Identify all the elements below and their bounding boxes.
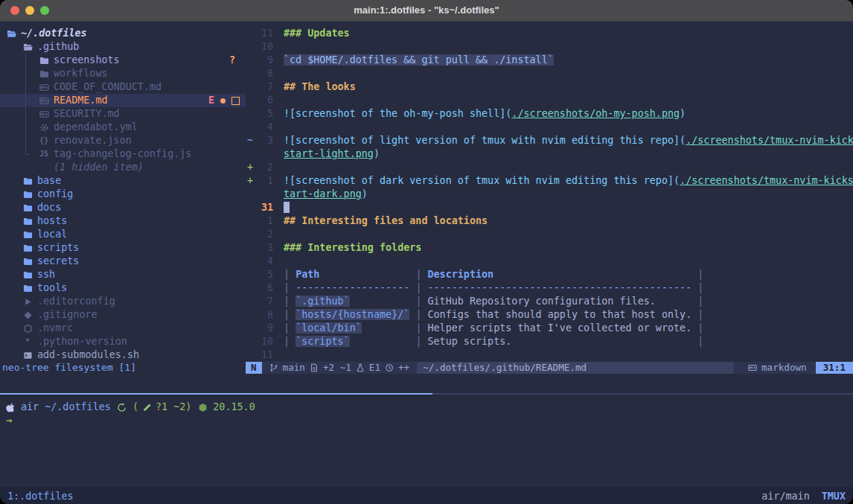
pending-indicator: ++ xyxy=(398,361,409,374)
folder-icon xyxy=(22,202,33,213)
tree-item-label: workflows xyxy=(54,67,108,80)
shell-pane[interactable]: air ~/.dotfiles ( ?1 ~2 ) 20.15.0 → xyxy=(0,395,853,487)
tree-item-local[interactable]: local xyxy=(0,228,246,241)
tree-item-base[interactable]: base xyxy=(0,174,246,188)
tree-item-workflows[interactable]: workflows xyxy=(0,67,246,80)
editor-line[interactable]: 31 xyxy=(246,201,853,214)
line-text: ## The looks xyxy=(284,80,356,94)
tree-item-ssh[interactable]: ssh xyxy=(0,268,246,281)
editor-line[interactable]: 1## Interesting files and locations xyxy=(246,214,853,228)
editor-line[interactable]: 11 xyxy=(246,348,853,362)
editor-line[interactable]: +2 xyxy=(246,161,853,174)
editor-line[interactable]: 9| `local/bin` | Helper scripts that I'v… xyxy=(246,322,853,335)
tree-item--.dotfiles[interactable]: ~/.dotfiles xyxy=(0,27,246,40)
tree-item-tools[interactable]: tools xyxy=(0,281,246,295)
git-branch-icon xyxy=(269,363,278,372)
tmux-window-tab[interactable]: 1:.dotfiles xyxy=(7,490,74,504)
markdown-icon xyxy=(748,363,757,372)
editor-line[interactable]: 6| ------------------- | ---------------… xyxy=(246,281,853,295)
tree-item-.gitignore[interactable]: .gitignore xyxy=(0,308,246,322)
tree-item-secrets[interactable]: secrets xyxy=(0,255,246,268)
gutter-sign-empty xyxy=(246,241,256,255)
close-button[interactable] xyxy=(10,6,19,15)
tree-item-badges: ? xyxy=(229,54,240,67)
editor-line[interactable]: 3### Interesting folders xyxy=(246,241,853,255)
line-text: start-light.png) xyxy=(284,147,380,161)
shell-input-line[interactable]: → xyxy=(6,414,853,427)
tree-item-tag-changelog-config.js[interactable]: JStag-changelog-config.js xyxy=(0,147,246,161)
editor-line[interactable]: 8 xyxy=(246,67,853,80)
editor-line[interactable]: 11### Updates xyxy=(246,27,853,40)
editor-line[interactable]: 6 xyxy=(246,94,853,107)
titlebar[interactable]: main:1:.dotfiles - "ks~/.dotfiles" xyxy=(0,0,853,22)
file-tree[interactable]: ~/.dotfiles.githubscreenshots?workflowsC… xyxy=(0,22,246,362)
tree-item-dependabot.yml[interactable]: dependabot.yml xyxy=(0,121,246,134)
tree-item-.python-version[interactable]: *.python-version xyxy=(0,335,246,348)
filetype-section: markdown xyxy=(748,361,807,374)
minimize-button[interactable] xyxy=(25,6,34,15)
tri-icon xyxy=(23,297,33,307)
tree-guide xyxy=(25,94,31,107)
editor-line[interactable]: tart-dark.png) xyxy=(246,188,853,201)
editor-line[interactable]: 4 xyxy=(246,255,853,268)
editor-line[interactable]: 4 xyxy=(246,121,853,134)
editor-line[interactable]: 10| `scripts` | Setup scripts. | xyxy=(246,335,853,348)
editor-line[interactable]: 8| `hosts/{hostname}/` | Configs that sh… xyxy=(246,308,853,322)
tree-item-.nvmrc[interactable]: .nvmrc xyxy=(0,322,246,335)
diff-file-icon xyxy=(310,363,319,372)
js-icon: JS xyxy=(39,149,49,159)
line-number: 6 xyxy=(256,281,273,295)
tmux-label: TMUX xyxy=(822,490,846,504)
tree-item-label: CODE_OF_CONDUCT.md xyxy=(54,80,162,94)
window-title: main:1:.dotfiles - "ks~/.dotfiles" xyxy=(354,4,499,17)
editor-line[interactable]: 7## The looks xyxy=(246,80,853,94)
tree-item-label: base xyxy=(37,174,61,188)
editor-line[interactable]: 7| `.github` | GitHub Repository configu… xyxy=(246,295,853,308)
tree-item-.github[interactable]: .github xyxy=(0,40,246,54)
tree-item-add-submodules.sh[interactable]: add-submodules.sh xyxy=(0,348,246,362)
tree-item-SECURITY.md[interactable]: SECURITY.md xyxy=(0,107,246,121)
gutter-sign: ~ xyxy=(246,134,256,147)
tree-item-scripts[interactable]: scripts xyxy=(0,241,246,255)
editor-line[interactable]: +1![screenshot of dark version of tmux w… xyxy=(246,174,853,188)
tree-item-label: hosts xyxy=(37,214,67,228)
tmux-session-name: air/main xyxy=(761,490,810,504)
editor-line[interactable]: 9`cd $HOME/.dotfiles && git pull && ./in… xyxy=(246,54,853,67)
gutter-sign-empty xyxy=(246,54,256,67)
tree-item-renovate.json[interactable]: {}renovate.json xyxy=(0,134,246,147)
editor-line[interactable]: ~3![screenshot of light version of tmux … xyxy=(246,134,853,147)
gutter-sign-empty xyxy=(246,214,256,228)
tree-guide xyxy=(25,147,31,155)
editor-line[interactable]: 10 xyxy=(246,40,853,54)
line-number: 9 xyxy=(256,54,273,67)
line-text: ## Interesting files and locations xyxy=(284,214,488,228)
error-badge: E xyxy=(208,94,214,107)
tree-guide xyxy=(25,121,31,134)
apple-icon xyxy=(6,403,16,412)
tree-item-label: tag-changelog-config.js xyxy=(54,147,191,161)
tree-item-CODE-OF-CONDUCT.md[interactable]: CODE_OF_CONDUCT.md xyxy=(0,80,246,94)
folder-icon xyxy=(23,190,33,200)
zoom-button[interactable] xyxy=(40,6,49,15)
folder-open-icon xyxy=(6,28,16,39)
tree-item-.editorconfig[interactable]: .editorconfig xyxy=(0,295,246,308)
prompt-cwd: ~/.dotfiles xyxy=(45,401,111,414)
editor-line[interactable]: 5| Path | Description | xyxy=(246,268,853,281)
tree-item-docs[interactable]: docs xyxy=(0,201,246,214)
tree-item-label: dependabot.yml xyxy=(54,121,138,134)
editor-line[interactable]: 2 xyxy=(246,228,853,241)
tree-item-config[interactable]: config xyxy=(0,188,246,201)
folder-icon xyxy=(22,243,33,253)
folder-icon xyxy=(23,270,33,280)
editor-line[interactable]: start-light.png) xyxy=(246,147,853,161)
editor-buffer[interactable]: 11### Updates 10 9`cd $HOME/.dotfiles &&… xyxy=(246,22,853,362)
tree-item--1-hidden-item-[interactable]: (1 hidden item) xyxy=(0,161,246,174)
tree-item-screenshots[interactable]: screenshots? xyxy=(0,54,246,67)
line-number: 4 xyxy=(256,255,273,268)
tree-item-hosts[interactable]: hosts xyxy=(0,214,246,228)
editor-line[interactable]: 5![screenshot of the oh-my-posh shell](.… xyxy=(246,107,853,121)
tree-item-README.md[interactable]: README.mdE xyxy=(0,94,246,107)
folder-icon xyxy=(22,189,33,200)
hex-icon xyxy=(23,324,33,334)
line-number: 1 xyxy=(256,174,273,188)
